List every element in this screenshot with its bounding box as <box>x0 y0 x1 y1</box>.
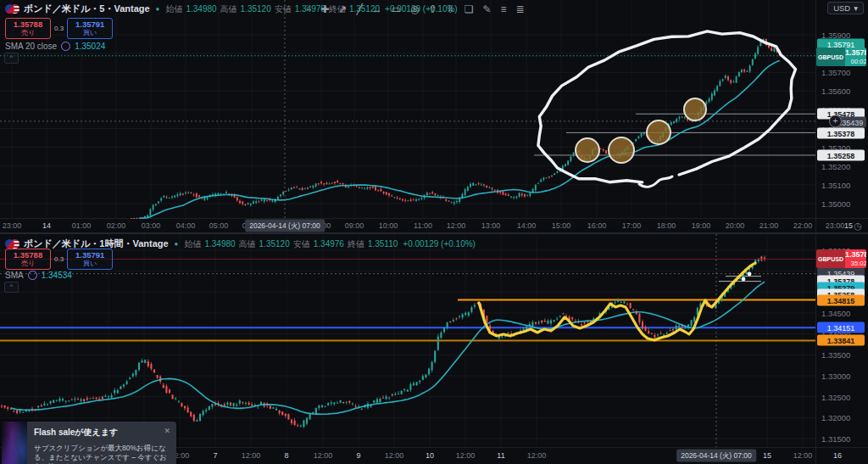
low-value: 1.34976 <box>314 239 344 249</box>
time-axis-label: 14 <box>42 221 51 230</box>
long-position-tool-icon[interactable]: ≡ <box>500 4 506 14</box>
horizontal-line-tool-icon[interactable]: ↔ <box>372 4 382 14</box>
price-level-badge: 1.35378 <box>817 128 865 139</box>
short-position-tool-icon[interactable]: ≣ <box>515 4 524 14</box>
toast-content: Flash saleが使えます ✕ サブスクリプションが最大80%お得になる、ま… <box>27 422 176 464</box>
time-axis-label: 11:00 <box>414 221 432 230</box>
symbol-chip: GBPUSD <box>816 48 845 66</box>
bottom-ohlc-row: 始値1.34980 高値1.35120 安値1.34976 終値1.35110 … <box>184 238 476 250</box>
spread-value: 0.3 <box>54 25 64 32</box>
price-axis-label: 1.35000 <box>821 198 850 208</box>
crosshair-time-badge: 2026-04-14 (火) 07:00 <box>245 220 325 232</box>
buy-price: 1.35791 <box>75 251 104 260</box>
time-axis-label: 12:00 <box>314 451 333 460</box>
price-axis-label: 1.32500 <box>821 392 850 401</box>
time-axis-label: 15 <box>763 451 771 460</box>
time-axis-label: 02:00 <box>107 221 126 230</box>
circle-tool-icon[interactable]: ◎ <box>410 4 419 14</box>
toolbar-drag-handle-icon[interactable]: ⠿ <box>305 4 311 14</box>
time-axis-label: 03:00 <box>142 221 161 230</box>
high-label: 高値 <box>220 3 237 15</box>
top-trade-widget: 1.35788 売り 0.3 1.35791 買い <box>5 18 113 39</box>
buy-label: 買い <box>83 260 97 267</box>
chevron-down-icon: ▾ <box>854 3 858 13</box>
time-axis-label: 12:00 <box>242 451 261 460</box>
current-price: 1.35788 <box>845 49 866 57</box>
time-axis-label: 23:00 <box>3 221 22 230</box>
crosshair-time-badge: 2026-04-14 (火) 07:00 <box>676 450 756 462</box>
add-alert-button[interactable]: + <box>829 115 842 127</box>
rectangle-tool-icon[interactable]: ▭ <box>392 4 401 14</box>
price-axis-label: 1.35200 <box>821 161 850 171</box>
close-icon[interactable]: ✕ <box>164 427 170 435</box>
time-axis-label: 8 <box>284 451 288 460</box>
trading-platform-window: ⠿ ✚↗╱↔▭◎⇧⇩❏✎≡≣ USD ▾ ポンド／米ドル・5・Vantage ●… <box>0 0 868 464</box>
callout-tool-icon[interactable]: ❏ <box>465 4 474 14</box>
time-axis-label: 09:00 <box>345 221 364 230</box>
change-value: +0.00129 (+0.10%) <box>403 239 476 249</box>
low-label: 安値 <box>293 238 310 250</box>
open-label: 始値 <box>184 238 201 250</box>
sell-button[interactable]: 1.35788 売り <box>5 249 51 270</box>
current-price-badge: GBPUSD1.3578835:02 <box>816 249 866 268</box>
time-axis-label: 18:00 <box>657 221 676 230</box>
line-tool-icon[interactable]: ╱ <box>356 4 362 14</box>
time-axis-label: 23:00 <box>826 221 845 230</box>
trend-line-tool-icon[interactable]: ↗ <box>338 4 347 14</box>
current-price: 1.35788 <box>845 251 866 259</box>
time-axis-label: 13:00 <box>481 221 501 230</box>
symbol-chip: GBPUSD <box>816 249 845 268</box>
arrow-up-tool-icon[interactable]: ⇧ <box>429 4 437 14</box>
time-axis-label: 10 <box>426 451 434 460</box>
currency-dropdown[interactable]: USD ▾ <box>827 2 864 14</box>
buy-price: 1.35791 <box>75 20 104 29</box>
market-open-dot: ● <box>156 5 160 13</box>
arrow-down-tool-icon[interactable]: ⇩ <box>447 4 455 14</box>
price-axis-label: 1.35600 <box>821 87 850 96</box>
price-level-badge: 1.34151 <box>817 322 865 333</box>
time-axis-label: 20:00 <box>726 221 745 230</box>
buy-button[interactable]: 1.35791 買い <box>67 18 113 39</box>
time-axis-label: 12:00 <box>793 451 813 460</box>
sell-button[interactable]: 1.35788 売り <box>5 18 51 39</box>
time-axis-label: 19:00 <box>692 221 711 230</box>
toast-body: サブスクリプションが最大80%お得になる、またとないチャンスです – 今すぐお申… <box>34 444 170 464</box>
flash-sale-toast: Flash saleが使えます ✕ サブスクリプションが最大80%お得になる、ま… <box>2 422 176 464</box>
time-axis-label: 05:00 <box>209 221 229 230</box>
top-sma-legend[interactable]: SMA 20 close 1.35024 <box>5 42 105 51</box>
buy-label: 買い <box>83 30 97 36</box>
gbpusd-pair-icon <box>5 4 19 14</box>
bar-countdown: 00:02 <box>851 59 866 65</box>
price-axis-label: 1.35100 <box>821 180 850 189</box>
time-axis-label: 22:00 <box>793 221 813 230</box>
price-axis-label: 1.33500 <box>821 350 850 360</box>
time-axis-label: 21:00 <box>760 221 779 230</box>
time-axis-label: 04:00 <box>176 221 196 230</box>
brush-tool-icon[interactable]: ✎ <box>482 4 491 14</box>
crosshair-tool-icon[interactable]: ✚ <box>320 4 329 14</box>
price-axis-label: 1.34500 <box>821 309 850 318</box>
top-legend-collapse-button[interactable]: ^ <box>4 53 19 64</box>
current-price-badge: GBPUSD1.3578800:02 <box>816 48 866 66</box>
time-axis-label: 12:00 <box>527 451 547 460</box>
bottom-legend-collapse-button[interactable]: ^ <box>4 282 19 293</box>
time-axis-label: 17:00 <box>622 221 642 230</box>
time-axis-label: 10:00 <box>379 221 398 230</box>
price-level-badge: 1.33841 <box>817 335 865 346</box>
price-axis-label: 1.31500 <box>821 434 850 444</box>
top-time-axis-divider <box>0 218 868 219</box>
pane-divider[interactable] <box>0 232 868 234</box>
high-label: 高値 <box>239 238 256 250</box>
close-value: 1.35110 <box>368 239 398 249</box>
time-axis-label: 16 <box>833 451 842 460</box>
buy-button[interactable]: 1.35791 買い <box>67 249 113 270</box>
top-symbol-title[interactable]: ポンド／米ドル・5・Vantage <box>24 3 150 15</box>
time-axis-label: 15 <box>844 221 853 230</box>
drawing-toolbar: ⠿ ✚↗╱↔▭◎⇧⇩❏✎≡≣ <box>305 1 525 17</box>
open-value: 1.34980 <box>186 4 216 14</box>
axis-clock-icon[interactable]: ◷ <box>854 221 862 232</box>
bottom-sma-legend[interactable]: SMA 1.34534 <box>5 271 72 280</box>
price-level-badge: 1.35258 <box>817 150 865 161</box>
spread-value: 0.3 <box>54 255 64 263</box>
bar-countdown: 35:02 <box>851 260 866 267</box>
